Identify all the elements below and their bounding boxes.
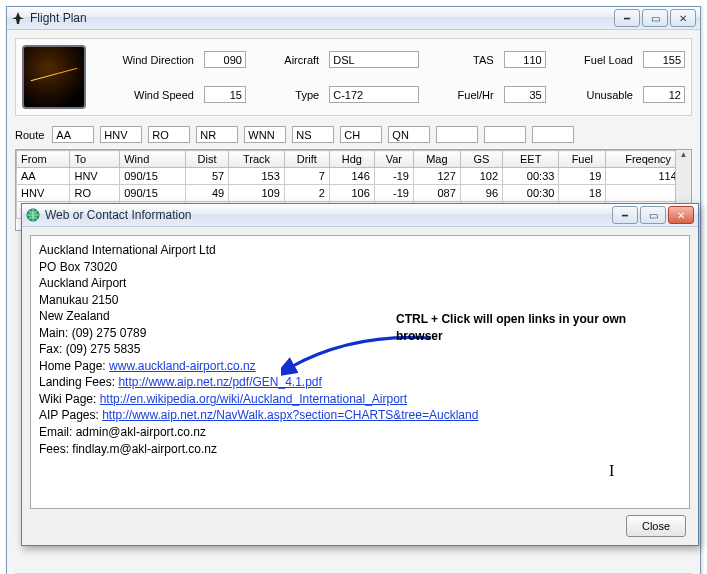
dialog-close-button[interactable]: ✕ (668, 206, 694, 224)
col-mag[interactable]: Mag (413, 151, 460, 168)
col-drift[interactable]: Drift (284, 151, 329, 168)
col-gs[interactable]: GS (460, 151, 502, 168)
fuel-load-label: Fuel Load (556, 54, 633, 66)
unusable-label: Unusable (556, 89, 633, 101)
route-point-7[interactable] (388, 126, 430, 143)
info-line: Email: admin@akl-airport.co.nz (39, 424, 681, 441)
cell-dist: 49 (186, 185, 229, 202)
col-var[interactable]: Var (374, 151, 413, 168)
cell-var: -19 (374, 185, 413, 202)
cell-mag: 127 (413, 168, 460, 185)
table-row[interactable]: AAHNV090/15571537146-1912710200:3319114.… (17, 168, 691, 185)
window-title: Flight Plan (30, 11, 614, 25)
cell-wind: 090/15 (120, 185, 186, 202)
cell-hdg: 106 (329, 185, 374, 202)
col-hdg[interactable]: Hdg (329, 151, 374, 168)
col-dist[interactable]: Dist (186, 151, 229, 168)
maximize-button[interactable]: ▭ (642, 9, 668, 27)
cell-gs: 96 (460, 185, 502, 202)
web-info-dialog: Web or Contact Information ━ ▭ ✕ Aucklan… (21, 203, 699, 546)
route-label: Route (15, 129, 44, 141)
info-line: AIP Pages: (39, 408, 102, 422)
type-input[interactable] (329, 86, 419, 103)
titlebar[interactable]: Flight Plan ━ ▭ ✕ (7, 7, 700, 30)
dialog-minimize-button[interactable]: ━ (612, 206, 638, 224)
cell-to: RO (70, 185, 120, 202)
plane-icon (11, 11, 25, 25)
cell-fuel: 19 (559, 168, 606, 185)
cell-hdg: 146 (329, 168, 374, 185)
wind-speed-input[interactable] (204, 86, 246, 103)
cell-drift: 2 (284, 185, 329, 202)
parameter-panel: Wind Direction Aircraft TAS Fuel Load Wi… (15, 38, 692, 116)
info-line: Auckland International Airport Ltd (39, 242, 681, 259)
compass-gauge-icon (22, 45, 86, 109)
dialog-close-action[interactable]: Close (626, 515, 686, 537)
col-fuel[interactable]: Fuel (559, 151, 606, 168)
type-label: Type (256, 89, 319, 101)
table-row[interactable]: HNVRO090/15491092106-190879600:3018 (17, 185, 691, 202)
info-textbox[interactable]: Auckland International Airport Ltd PO Bo… (30, 235, 690, 509)
cell-gs: 102 (460, 168, 502, 185)
cell-var: -19 (374, 168, 413, 185)
minimize-button[interactable]: ━ (614, 9, 640, 27)
cell-eet: 00:30 (503, 185, 559, 202)
annotation-text: CTRL + Click will open links in your own… (396, 311, 646, 344)
info-line: Fees: findlay.m@akl-airport.co.nz (39, 441, 681, 458)
route-point-1[interactable] (100, 126, 142, 143)
cell-wind: 090/15 (120, 168, 186, 185)
dialog-maximize-button[interactable]: ▭ (640, 206, 666, 224)
aircraft-input[interactable] (329, 51, 419, 68)
route-point-6[interactable] (340, 126, 382, 143)
tas-input[interactable] (504, 51, 546, 68)
route-point-9[interactable] (484, 126, 526, 143)
col-wind[interactable]: Wind (120, 151, 186, 168)
col-eet[interactable]: EET (503, 151, 559, 168)
cell-eet: 00:33 (503, 168, 559, 185)
cell-from: AA (17, 168, 70, 185)
aip-pages-link[interactable]: http://www.aip.net.nz/NavWalk.aspx?secti… (102, 408, 478, 422)
unusable-input[interactable] (643, 86, 685, 103)
route-point-0[interactable] (52, 126, 94, 143)
cell-from: HNV (17, 185, 70, 202)
fuel-hr-label: Fuel/Hr (429, 89, 493, 101)
fuel-load-input[interactable] (643, 51, 685, 68)
info-line: Landing Fees: (39, 375, 118, 389)
cell-fuel: 18 (559, 185, 606, 202)
info-line: PO Box 73020 (39, 259, 681, 276)
info-line: Manukau 2150 (39, 292, 681, 309)
route-point-4[interactable] (244, 126, 286, 143)
info-line: Wiki Page: (39, 392, 100, 406)
text-cursor-icon: I (609, 460, 614, 482)
dialog-title: Web or Contact Information (45, 208, 612, 222)
cell-mag: 087 (413, 185, 460, 202)
home-page-link[interactable]: www.auckland-airport.co.nz (109, 359, 256, 373)
cell-track: 153 (229, 168, 285, 185)
dialog-titlebar[interactable]: Web or Contact Information ━ ▭ ✕ (22, 204, 698, 227)
route-point-2[interactable] (148, 126, 190, 143)
landing-fees-link[interactable]: http://www.aip.net.nz/pdf/GEN_4.1.pdf (118, 375, 321, 389)
col-track[interactable]: Track (229, 151, 285, 168)
cell-dist: 57 (186, 168, 229, 185)
close-button[interactable]: ✕ (670, 9, 696, 27)
caret-up-icon[interactable]: ▲ (680, 150, 688, 159)
tas-label: TAS (429, 54, 493, 66)
cell-to: HNV (70, 168, 120, 185)
wind-speed-label: Wind Speed (94, 89, 194, 101)
route-point-8[interactable] (436, 126, 478, 143)
col-to[interactable]: To (70, 151, 120, 168)
route-row: Route (15, 126, 692, 143)
wiki-page-link[interactable]: http://en.wikipedia.org/wiki/Auckland_In… (100, 392, 408, 406)
globe-icon (26, 208, 40, 222)
route-point-5[interactable] (292, 126, 334, 143)
col-from[interactable]: From (17, 151, 70, 168)
route-point-10[interactable] (532, 126, 574, 143)
cell-drift: 7 (284, 168, 329, 185)
route-point-3[interactable] (196, 126, 238, 143)
fuel-hr-input[interactable] (504, 86, 546, 103)
info-line: Home Page: (39, 359, 109, 373)
aircraft-label: Aircraft (256, 54, 319, 66)
cell-track: 109 (229, 185, 285, 202)
wind-direction-label: Wind Direction (94, 54, 194, 66)
wind-direction-input[interactable] (204, 51, 246, 68)
